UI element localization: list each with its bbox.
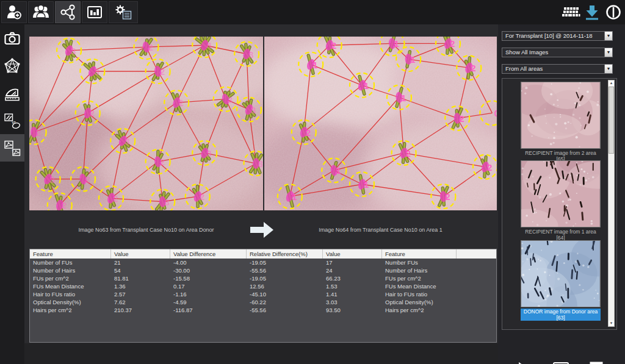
table-row[interactable]: Optical Density(%)7.62-4.59-60.223.03Opt… bbox=[30, 298, 496, 306]
table-row[interactable]: Hair to FUs ratio2.57-1.16-45.101.41Hair… bbox=[30, 290, 496, 298]
column-header[interactable]: Feature bbox=[382, 249, 457, 259]
image-filter-value: Show All Images bbox=[502, 48, 604, 57]
delete-image-button[interactable] bbox=[585, 359, 608, 364]
column-header[interactable]: Feature bbox=[30, 249, 111, 259]
svg-text:3: 3 bbox=[206, 148, 211, 159]
right-image-caption: Image No64 from Transplant Case No10 on … bbox=[264, 227, 497, 233]
table-row[interactable]: Number of Hairs54-30.00-55.5624Number of… bbox=[30, 266, 496, 274]
table-row[interactable]: Number of FUs21-4.00-19.0517Number FUs bbox=[30, 259, 496, 266]
polygon-analysis-button[interactable] bbox=[0, 52, 24, 79]
svg-text:2: 2 bbox=[178, 98, 183, 108]
area-filter-value: From All areas bbox=[502, 65, 604, 73]
patients-list-button[interactable] bbox=[28, 1, 54, 23]
donor-analysis-image[interactable]: 324323233223233322322 bbox=[29, 37, 263, 210]
table-cell: 24 bbox=[323, 266, 382, 274]
svg-text:1: 1 bbox=[336, 165, 341, 176]
column-header[interactable] bbox=[457, 249, 496, 259]
table-cell: 7.62 bbox=[111, 298, 170, 306]
svg-text:2: 2 bbox=[90, 108, 95, 118]
polygon-network-icon bbox=[4, 57, 21, 74]
compare-features-button[interactable]: vs bbox=[0, 107, 24, 134]
top-toolbar bbox=[0, 0, 625, 24]
column-header[interactable]: Value bbox=[111, 249, 170, 259]
export-image-button[interactable] bbox=[549, 359, 573, 364]
thumbnail-recipient-1[interactable]: RECIPIENT image from 1 area [64] bbox=[521, 160, 601, 241]
table-row[interactable]: FUs per cm^281.81-15.58-19.0566.23FUs pe… bbox=[30, 274, 496, 282]
power-icon bbox=[604, 3, 623, 21]
table-row[interactable]: FUs Mean Distance1.360.1712.561.53FUs Me… bbox=[30, 282, 496, 290]
svg-text:2: 2 bbox=[306, 127, 311, 138]
column-header[interactable]: Value bbox=[323, 249, 382, 259]
table-cell: 12.56 bbox=[247, 282, 323, 290]
svg-text:3: 3 bbox=[50, 174, 55, 185]
comparison-direction-arrow bbox=[249, 219, 275, 243]
thumbnail-caption: RECIPIENT image from 1 area [64] bbox=[521, 229, 601, 241]
table-cell: 93.50 bbox=[323, 306, 382, 314]
table-cell bbox=[457, 290, 496, 298]
scrollbar-thumb[interactable] bbox=[609, 87, 614, 154]
table-cell: FUs Mean Distance bbox=[382, 282, 457, 290]
chevron-down-icon[interactable]: ▼ bbox=[604, 48, 612, 57]
statistics-button[interactable] bbox=[82, 1, 107, 23]
virtual-keyboard-button[interactable] bbox=[560, 1, 581, 23]
play-slideshow-button[interactable] bbox=[513, 359, 536, 364]
svg-text:2: 2 bbox=[450, 38, 455, 49]
add-patient-button[interactable] bbox=[1, 1, 27, 23]
column-header[interactable]: Relative Difference(%) bbox=[247, 249, 323, 259]
table-cell: -19.05 bbox=[247, 274, 323, 282]
table-cell bbox=[457, 266, 496, 274]
table-cell: -4.00 bbox=[170, 259, 247, 266]
svg-text:2: 2 bbox=[471, 63, 475, 73]
image-filter-dropdown[interactable]: Show All Images ▼ bbox=[502, 48, 613, 57]
case-select-dropdown[interactable]: For Transplant [10] @ 2014-11-18 ▼ bbox=[502, 31, 613, 41]
chevron-down-icon[interactable]: ▼ bbox=[604, 32, 612, 40]
table-cell bbox=[457, 282, 496, 290]
case-select-value: For Transplant [10] @ 2014-11-18 bbox=[502, 32, 604, 40]
compare-networks-button[interactable]: vs bbox=[0, 134, 24, 162]
table-cell: -60.22 bbox=[247, 298, 323, 306]
play-icon bbox=[518, 362, 531, 364]
svg-text:1: 1 bbox=[401, 93, 406, 103]
area-filter-dropdown[interactable]: From All areas ▼ bbox=[502, 64, 613, 74]
feature-comparison-table[interactable]: FeatureValueValue DifferenceRelative Dif… bbox=[29, 249, 497, 343]
table-cell bbox=[457, 298, 496, 306]
scroll-down-icon[interactable]: ▼ bbox=[609, 321, 614, 326]
table-row[interactable]: Hairs per cm^2210.37-116.87-55.5693.50Ha… bbox=[30, 306, 496, 314]
svg-text:2: 2 bbox=[445, 191, 450, 202]
svg-text:3: 3 bbox=[251, 105, 256, 115]
protractor-ruler-icon bbox=[4, 85, 21, 102]
table-cell: -19.05 bbox=[247, 259, 323, 266]
table-cell: FUs per cm^2 bbox=[382, 274, 457, 282]
table-cell: Number of Hairs bbox=[30, 266, 111, 274]
svg-text:1: 1 bbox=[312, 60, 317, 70]
bottom-strip bbox=[24, 343, 498, 364]
table-cell bbox=[457, 259, 496, 266]
table-cell: 54 bbox=[111, 266, 170, 274]
settings-button[interactable] bbox=[109, 1, 138, 23]
thumbnail-donor-selected[interactable]: DONOR image from Donor area [63] bbox=[521, 240, 601, 321]
table-cell: 1.53 bbox=[323, 282, 382, 290]
measurement-button[interactable] bbox=[0, 79, 24, 107]
compare-networks-icon: vs bbox=[4, 140, 21, 157]
thumbnail-recipient-2[interactable]: RECIPIENT image from 2 area [65] bbox=[521, 82, 601, 162]
scroll-up-icon[interactable]: ▲ bbox=[609, 80, 614, 86]
recipient-analysis-image[interactable]: 21211211220211122 bbox=[264, 37, 497, 210]
svg-text:2: 2 bbox=[148, 42, 153, 52]
download-report-button[interactable] bbox=[582, 1, 602, 23]
table-cell: -30.00 bbox=[170, 266, 247, 274]
keyboard-icon bbox=[561, 7, 580, 18]
table-cell: 1.41 bbox=[323, 290, 382, 298]
thumbnail-scrollbar[interactable]: ▲ ▼ bbox=[608, 80, 615, 327]
table-cell: -15.58 bbox=[170, 274, 247, 282]
network-analysis-button[interactable] bbox=[55, 1, 81, 23]
power-exit-button[interactable] bbox=[603, 1, 624, 23]
chevron-down-icon[interactable]: ▼ bbox=[604, 65, 612, 73]
capture-image-button[interactable] bbox=[0, 24, 24, 52]
column-header[interactable]: Value Difference bbox=[170, 249, 247, 259]
table-cell: 1.36 bbox=[111, 282, 170, 290]
arrow-right-icon bbox=[249, 219, 275, 240]
statistics-icon bbox=[86, 4, 103, 21]
svg-text:3: 3 bbox=[94, 66, 99, 77]
table-cell: 2.57 bbox=[111, 290, 170, 298]
svg-text:1: 1 bbox=[364, 80, 369, 91]
